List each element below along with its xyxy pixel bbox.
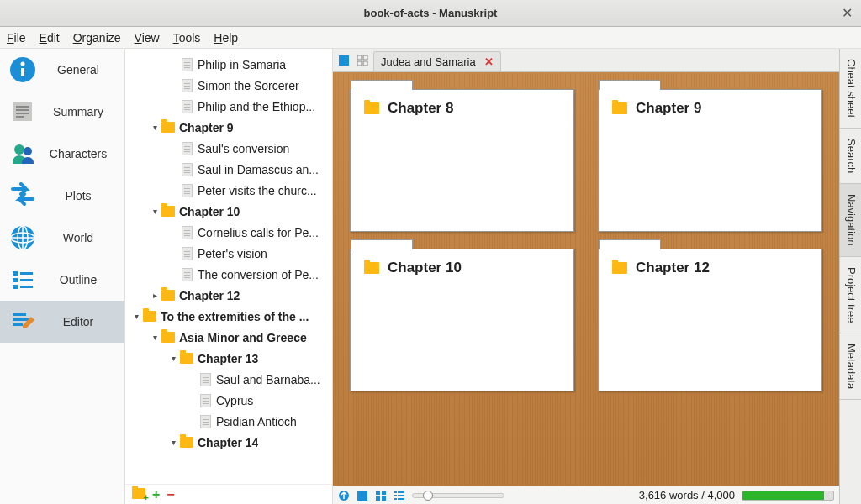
editor-icon (8, 307, 37, 336)
svg-rect-28 (363, 61, 367, 66)
rtab-navigation[interactable]: Navigation (840, 184, 861, 256)
add-doc-button[interactable]: + (152, 487, 160, 502)
tree-doc[interactable]: Cornelius calls for Pe... (125, 222, 332, 243)
svg-rect-40 (398, 498, 404, 500)
tree-label: Asia Minor and Greece (179, 331, 307, 344)
remove-button[interactable]: − (166, 487, 174, 502)
tree-body[interactable]: Philip in SamariaSimon the SorcererPhili… (125, 49, 332, 484)
tree-doc[interactable]: Peter's vision (125, 243, 332, 264)
leftnav-label: General (49, 63, 124, 76)
svg-rect-1 (21, 68, 24, 76)
card-title: Chapter 10 (388, 260, 462, 276)
tree-label: Cyprus (216, 394, 253, 407)
tree-doc[interactable]: Philip in Samaria (125, 54, 332, 75)
view-mode-outline-icon[interactable] (394, 490, 405, 501)
tree-label: Cornelius calls for Pe... (198, 226, 319, 239)
menu-tools[interactable]: Tools (173, 31, 201, 45)
tree-folder[interactable]: ▸Chapter 12 (125, 285, 332, 306)
svg-rect-15 (13, 271, 18, 276)
tree-folder[interactable]: ▾Chapter 10 (125, 201, 332, 222)
svg-rect-38 (398, 495, 404, 496)
tab-close-button[interactable]: ✕ (484, 55, 494, 68)
svg-rect-24 (339, 55, 349, 66)
folder-icon (161, 332, 176, 343)
tree-doc[interactable]: Psidian Antioch (125, 411, 332, 432)
folder-icon (179, 437, 194, 448)
svg-rect-7 (16, 116, 24, 118)
outline-icon (8, 265, 37, 294)
index-card[interactable]: Chapter 12 (598, 249, 822, 391)
tree-folder[interactable]: ▾Chapter 13 (125, 348, 332, 369)
corkboard[interactable]: Chapter 8Chapter 9Chapter 10Chapter 12 (333, 72, 839, 486)
tree-doc[interactable]: Philip and the Ethiop... (125, 96, 332, 117)
zoom-slider[interactable] (412, 493, 504, 498)
back-icon[interactable] (338, 490, 350, 501)
view-grid-icon[interactable] (355, 53, 370, 68)
menu-organize[interactable]: Organize (73, 31, 121, 45)
document-icon (179, 58, 194, 71)
expand-icon[interactable]: ▾ (167, 438, 179, 447)
menu-bar: File Edit Organize View Tools Help (0, 27, 861, 49)
tree-label: Chapter 13 (198, 352, 258, 365)
tree-folder[interactable]: ▾To the extremities of the ... (125, 306, 332, 327)
svg-rect-6 (16, 113, 29, 114)
tree-folder[interactable]: ▾Asia Minor and Greece (125, 327, 332, 348)
folder-icon (179, 353, 194, 364)
svg-rect-23 (13, 323, 23, 326)
svg-rect-5 (16, 109, 29, 111)
leftnav-outline[interactable]: Outline (0, 259, 124, 301)
tree-doc[interactable]: Saul in Damascus an... (125, 159, 332, 180)
leftnav-world[interactable]: World (0, 217, 124, 259)
svg-rect-36 (398, 491, 404, 493)
menu-help[interactable]: Help (214, 31, 238, 45)
tree-doc[interactable]: Cyprus (125, 390, 332, 411)
leftnav-summary[interactable]: Summary (0, 91, 124, 133)
folder-icon (364, 262, 379, 274)
rtab-project-tree[interactable]: Project tree (840, 257, 861, 333)
menu-view[interactable]: View (135, 31, 160, 45)
index-card[interactable]: Chapter 9 (598, 89, 822, 232)
tree-doc[interactable]: Saul and Barnaba... (125, 369, 332, 390)
menu-file[interactable]: File (7, 31, 26, 45)
svg-rect-17 (13, 278, 18, 282)
expand-icon[interactable]: ▾ (130, 312, 142, 321)
view-single-icon[interactable] (336, 53, 351, 68)
expand-icon[interactable]: ▾ (149, 123, 161, 132)
rtab-metadata[interactable]: Metadata (840, 333, 861, 400)
editor-tab[interactable]: Judea and Samaria ✕ (373, 51, 501, 71)
view-mode-single-icon[interactable] (357, 490, 368, 501)
index-card[interactable]: Chapter 8 (350, 89, 574, 232)
leftnav-editor[interactable]: Editor (0, 301, 124, 343)
expand-icon[interactable]: ▾ (149, 207, 161, 216)
leftnav-plots[interactable]: Plots (0, 175, 124, 217)
add-folder-button[interactable]: + (132, 488, 145, 501)
expand-icon[interactable]: ▾ (167, 354, 179, 363)
tree-folder[interactable]: ▾Chapter 14 (125, 432, 332, 453)
view-mode-cork-icon[interactable] (375, 490, 387, 501)
index-card[interactable]: Chapter 10 (350, 249, 574, 391)
close-button[interactable]: ✕ (842, 5, 853, 21)
tree-label: Chapter 12 (179, 289, 240, 302)
document-icon (179, 247, 194, 260)
rtab-search[interactable]: Search (840, 129, 861, 184)
svg-rect-30 (357, 491, 367, 501)
svg-rect-18 (20, 279, 33, 281)
tree-folder[interactable]: ▾Chapter 9 (125, 117, 332, 138)
svg-rect-33 (376, 496, 380, 501)
tree-doc[interactable]: Simon the Sorcerer (125, 75, 332, 96)
svg-point-8 (14, 144, 24, 155)
card-title: Chapter 8 (388, 100, 453, 117)
menu-edit[interactable]: Edit (40, 31, 60, 45)
tree-doc[interactable]: Saul's conversion (125, 138, 332, 159)
tree-doc[interactable]: Peter visits the churc... (125, 180, 332, 201)
leftnav-general[interactable]: General (0, 49, 124, 91)
summary-icon (8, 97, 37, 126)
rtab-cheat-sheet[interactable]: Cheat sheet (840, 49, 861, 129)
expand-icon[interactable]: ▸ (149, 291, 161, 300)
leftnav-label: World (49, 231, 124, 244)
expand-icon[interactable]: ▾ (149, 333, 161, 342)
svg-rect-39 (394, 498, 397, 500)
leftnav-label: Outline (49, 273, 124, 286)
tree-doc[interactable]: The conversion of Pe... (125, 264, 332, 285)
leftnav-characters[interactable]: Characters (0, 133, 124, 175)
